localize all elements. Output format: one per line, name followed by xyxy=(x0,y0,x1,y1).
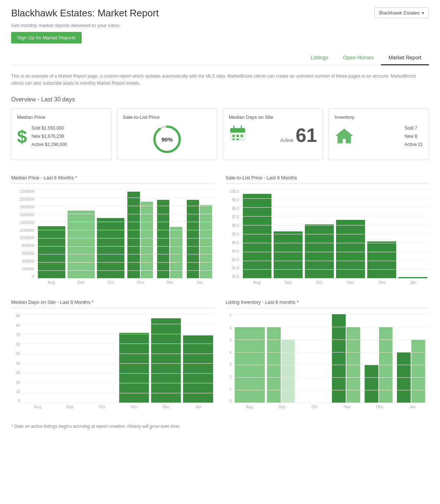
nav-tabs: Listings Open Homes Market Report xyxy=(11,51,429,65)
svg-rect-7 xyxy=(237,135,239,137)
listing-inventory-chart: Listing Inventory - Last 6 months * 0 1 … xyxy=(226,299,429,409)
sale-to-list-card: Sale-to-List Price 90% xyxy=(117,108,217,160)
sale-to-list-title: Sale-to-List Price xyxy=(123,114,211,120)
bar xyxy=(367,241,396,279)
page-title: Blackhawk Estates: Market Report xyxy=(11,7,159,19)
charts-row-1: Median Price - Last 6 Months * 0 200000 … xyxy=(11,175,429,284)
median-price-chart-title: Median Price - Last 6 Months * xyxy=(11,175,215,184)
median-price-card: Median Price $ Sold $1,550,000 New $1,67… xyxy=(11,108,111,160)
median-price-title: Median Price xyxy=(17,114,105,120)
subtitle-text: Get monthly market reports delivered to … xyxy=(11,23,429,28)
median-days-chart-title: Median Days on Site - Last 6 Months * xyxy=(11,299,215,308)
bar xyxy=(281,339,295,403)
bar xyxy=(170,227,182,279)
median-days-chart: Median Days on Site - Last 6 Months * 0 … xyxy=(11,299,215,409)
bar xyxy=(398,277,427,279)
bar xyxy=(157,200,169,279)
inventory-card: Inventory Sold 7 New 8 Active 21 xyxy=(329,108,429,160)
house-icon xyxy=(335,126,354,147)
bar xyxy=(200,205,212,279)
tab-open-homes[interactable]: Open Homes xyxy=(336,51,381,65)
calendar-icon xyxy=(229,124,247,146)
bar xyxy=(336,220,365,279)
median-price-values: Sold $1,550,000 New $1,676,238 Active $2… xyxy=(32,124,67,149)
bar xyxy=(411,339,425,403)
bar xyxy=(38,226,65,279)
svg-rect-9 xyxy=(232,139,235,140)
sale-to-list-circle: 90% xyxy=(152,124,182,154)
dollar-icon: $ xyxy=(17,126,27,147)
svg-rect-8 xyxy=(241,135,243,137)
footer-note: * Data on active listings begins accruin… xyxy=(11,424,429,429)
bar xyxy=(379,327,393,403)
neighborhood-dropdown[interactable]: Blackhawk Estates xyxy=(374,7,429,18)
svg-marker-11 xyxy=(335,129,353,143)
sale-to-list-chart-title: Sale-to-List Price - Last 6 Months xyxy=(226,175,429,184)
bar xyxy=(332,314,346,403)
median-days-value: 61 xyxy=(296,126,317,145)
bar xyxy=(151,318,181,403)
bar xyxy=(97,218,124,279)
inventory-title: Inventory xyxy=(335,114,423,120)
info-text: This is an example of a Market Report pa… xyxy=(11,73,429,87)
median-days-title: Median Days on Site xyxy=(229,114,317,120)
bar xyxy=(187,200,199,279)
bar xyxy=(274,231,303,279)
median-price-chart: Median Price - Last 6 Months * 0 200000 … xyxy=(11,175,215,284)
svg-rect-3 xyxy=(230,128,245,133)
bar xyxy=(305,224,334,279)
listing-inventory-chart-title: Listing Inventory - Last 6 months * xyxy=(226,299,429,308)
median-days-card: Median Days on Site xyxy=(223,108,323,160)
bar xyxy=(119,333,149,403)
bar xyxy=(365,365,378,403)
bar xyxy=(346,327,360,403)
svg-rect-10 xyxy=(237,139,239,140)
bar xyxy=(127,192,140,279)
median-days-label: Active xyxy=(280,137,293,143)
bar xyxy=(243,194,272,279)
bar xyxy=(141,202,153,279)
sale-to-list-chart: Sale-to-List Price - Last 6 Months 90.0 … xyxy=(226,175,429,284)
bar xyxy=(68,211,95,279)
signup-button[interactable]: Sign Up for Market Reports xyxy=(11,32,82,43)
stats-grid: Median Price $ Sold $1,550,000 New $1,67… xyxy=(11,108,429,160)
bar xyxy=(397,352,411,403)
tab-market-report[interactable]: Market Report xyxy=(381,51,429,65)
bar xyxy=(235,327,265,403)
sale-to-list-percent: 90% xyxy=(162,136,173,143)
bar xyxy=(267,327,281,403)
inventory-values: Sold 7 New 8 Active 21 xyxy=(405,124,423,149)
bar xyxy=(183,335,213,403)
svg-rect-6 xyxy=(232,135,235,137)
overview-title: Overview - Last 30 days xyxy=(11,96,429,103)
charts-row-2: Median Days on Site - Last 6 Months * 0 … xyxy=(11,299,429,409)
tab-listings[interactable]: Listings xyxy=(303,51,335,65)
